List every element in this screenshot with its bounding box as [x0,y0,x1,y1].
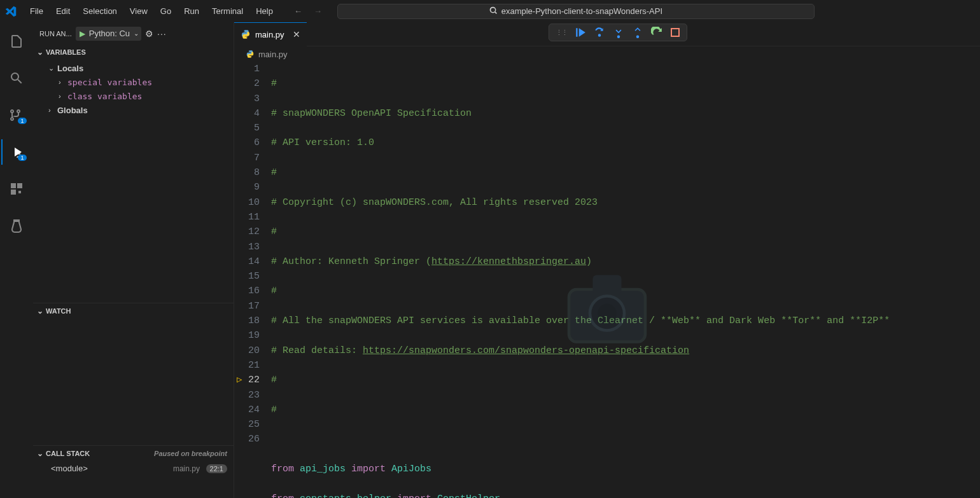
frame-line: 22:1 [206,464,227,473]
variables-section-header[interactable]: ⌄ VARIABLES [33,45,234,60]
drag-handle-icon[interactable]: ⋮⋮ [556,29,567,37]
code-line: # [271,226,277,237]
code-line: # snapWONDERS OpenAPI Specification [271,108,472,119]
variables-title: VARIABLES [46,48,86,56]
code-line: # All the snapWONDERS API services is av… [271,315,890,326]
activity-bar: 1 1 [0,22,33,498]
svg-rect-0 [671,29,679,36]
globals-label: Globals [57,106,88,115]
sidebar-title: RUN AN... [39,30,72,38]
variables-class[interactable]: › class variables [33,89,234,103]
locals-label: Locals [57,64,83,73]
sidebar-header: RUN AN... ▶ Python: Cu ⌄ ⚙ ··· [33,22,234,45]
chevron-right-icon: › [59,78,67,86]
menu-help[interactable]: Help [250,4,279,18]
code-line: from constants_helper import ConstHelper [271,492,980,498]
stop-icon[interactable] [670,27,680,38]
command-center[interactable]: example-Python-client-to-snapWonders-API [337,4,815,19]
debug-badge: 1 [18,155,27,161]
more-actions-icon[interactable]: ··· [157,29,167,39]
paused-label: Paused on breakpoint [154,450,227,457]
variables-special[interactable]: › special variables [33,75,234,89]
watch-section-header[interactable]: ⌄ WATCH [33,303,234,318]
line-gutter: 1234 5678 9101112 13141516 17181920 21 ▷… [234,62,271,498]
editor[interactable]: 1234 5678 9101112 13141516 17181920 21 ▷… [234,62,980,498]
continue-icon[interactable] [575,27,586,38]
step-into-icon[interactable] [613,27,624,38]
callstack-section-header[interactable]: ⌄ CALL STACK Paused on breakpoint [33,446,234,461]
menu-selection[interactable]: Selection [77,4,122,18]
breadcrumb-file[interactable]: main.py [258,50,288,59]
search-icon [489,6,498,17]
code-line: # [271,167,277,178]
nav-arrows: ← → [294,6,322,16]
title-bar: File Edit Selection View Go Run Terminal… [0,0,980,22]
activity-testing[interactable] [1,213,32,239]
menu-terminal[interactable]: Terminal [206,4,249,18]
tab-label: main.py [255,30,284,39]
start-debug-icon[interactable]: ▶ [80,29,85,38]
menu-edit[interactable]: Edit [50,4,76,18]
activity-explorer[interactable] [1,29,32,54]
activity-extensions[interactable] [1,176,32,202]
code-line: # Read details: https://snapwonders.com/… [271,343,980,358]
sidebar: RUN AN... ▶ Python: Cu ⌄ ⚙ ··· ⌄ VARIABL… [33,22,234,498]
variables-locals[interactable]: ⌄ Locals [33,61,234,75]
chevron-right-icon: › [48,106,57,114]
close-tab-icon[interactable]: ✕ [293,29,300,39]
code-line: # [271,78,277,89]
menu-view[interactable]: View [124,4,153,18]
debug-toolbar[interactable]: ⋮⋮ [549,24,687,41]
frame-file: main.py [173,464,200,473]
activity-source-control[interactable]: 1 [1,102,32,128]
step-over-icon[interactable] [594,27,605,38]
breakpoint-current-icon: ▷ [237,373,242,387]
python-file-icon [241,29,251,39]
callstack-title: CALL STACK [46,450,90,457]
activity-search[interactable] [1,66,32,91]
nav-back-icon[interactable]: ← [294,6,302,16]
search-text: example-Python-client-to-snapWonders-API [501,6,662,16]
special-vars-label: special variables [67,78,152,87]
python-file-icon [246,50,255,59]
tabs-bar: main.py ✕ ⋮⋮ [234,22,980,46]
debug-config-selector[interactable]: ▶ Python: Cu ⌄ [76,27,141,41]
chevron-down-icon: ⌄ [48,64,57,73]
frame-name: <module> [51,464,88,473]
restart-icon[interactable] [651,27,662,38]
code-line: # API version: 1.0 [271,137,374,148]
watch-title: WATCH [46,307,71,315]
variables-body: ⌄ Locals › special variables › class var… [33,60,234,118]
menu-run[interactable]: Run [178,4,205,18]
nav-forward-icon: → [314,6,322,16]
step-out-icon[interactable] [632,27,643,38]
menu-go[interactable]: Go [155,4,177,18]
watch-body [33,318,234,445]
chevron-down-icon: ⌄ [37,449,43,458]
code-line: from api_jobs import ApiJobs [271,462,980,476]
code-line [271,432,980,446]
callstack-section: ⌄ CALL STACK Paused on breakpoint <modul… [33,445,234,498]
code-line: # Author: Kenneth Springer (https://kenn… [271,254,980,269]
menu-file[interactable]: File [24,4,49,18]
code-line: # [271,405,277,415]
code-line: # [271,375,277,385]
debug-config-label: Python: Cu [89,29,130,38]
debug-settings-gear-icon[interactable]: ⚙ [145,29,153,39]
code-line: # Copyright (c) snapWONDERS.com, All rig… [271,197,598,208]
activity-run-debug[interactable]: 1 [1,139,32,165]
breadcrumbs[interactable]: main.py [234,46,980,62]
code-content[interactable]: # # snapWONDERS OpenAPI Specification # … [271,62,980,498]
source-control-badge: 1 [18,118,27,124]
chevron-down-icon: ⌄ [37,48,43,57]
code-line: # [271,286,277,296]
callstack-frame[interactable]: <module> main.py 22:1 [33,461,234,475]
chevron-down-icon: ⌄ [37,307,43,315]
menu-bar: File Edit Selection View Go Run Terminal… [24,4,279,18]
chevron-right-icon: › [59,92,67,100]
vscode-logo-icon [5,6,17,17]
chevron-down-icon[interactable]: ⌄ [134,30,139,37]
editor-group: main.py ✕ ⋮⋮ [234,22,980,498]
tab-main-py[interactable]: main.py ✕ [234,22,307,46]
variables-globals[interactable]: › Globals [33,103,234,117]
